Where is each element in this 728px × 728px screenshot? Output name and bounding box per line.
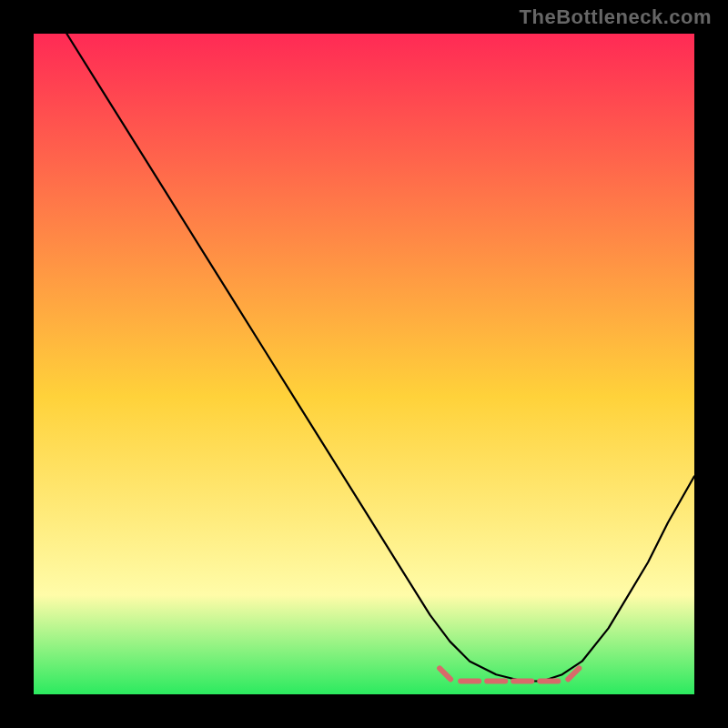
watermark-text: TheBottleneck.com [520, 5, 712, 29]
gradient-background [34, 34, 694, 694]
bottleneck-chart [34, 34, 694, 694]
chart-frame: TheBottleneck.com [0, 0, 728, 728]
